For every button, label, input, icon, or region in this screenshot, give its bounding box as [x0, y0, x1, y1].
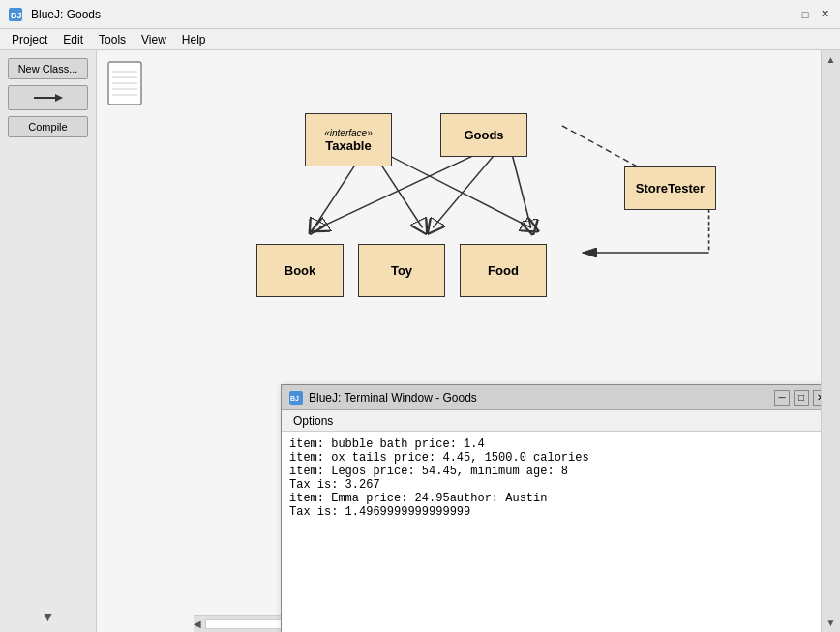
file-icon	[106, 60, 143, 109]
new-class-button[interactable]: New Class...	[8, 58, 88, 79]
bottom-scroll-right[interactable]: ◀	[194, 618, 201, 629]
terminal-menu-bar: Options	[282, 410, 821, 432]
canvas-area[interactable]: «interface» Taxable Goods StoreTester Bo…	[97, 50, 821, 632]
terminal-line-4: Tax is: 3.267	[289, 478, 819, 492]
taxable-name: Taxable	[325, 138, 371, 153]
uml-class-food[interactable]: Food	[460, 244, 547, 297]
terminal-content-area: item: bubble bath price: 1.4 item: ox ta…	[282, 432, 821, 632]
terminal-maximize[interactable]: □	[794, 390, 809, 406]
food-name: Food	[488, 263, 519, 278]
menu-view[interactable]: View	[134, 31, 174, 48]
book-name: Book	[285, 263, 316, 278]
uml-class-toy[interactable]: Toy	[358, 244, 445, 297]
terminal-line-2: item: ox tails price: 4.45, 1500.0 calor…	[289, 451, 819, 465]
svg-line-16	[510, 148, 530, 227]
terminal-line-7: Tax is: 1.4969999999999999	[289, 505, 819, 519]
terminal-line-6: item: Emma price: 24.95author: Austin	[289, 492, 819, 505]
svg-line-15	[433, 148, 499, 227]
uml-class-book[interactable]: Book	[256, 244, 344, 297]
terminal-title: BlueJ: Terminal Window - Goods	[309, 391, 768, 405]
close-button[interactable]: ✕	[817, 7, 832, 22]
storetester-name: StoreTester	[636, 181, 705, 196]
maximize-button[interactable]: □	[797, 7, 813, 22]
svg-line-13	[392, 157, 531, 227]
menu-tools[interactable]: Tools	[91, 31, 134, 48]
uml-class-taxable[interactable]: «interface» Taxable	[305, 113, 392, 166]
terminal-controls: ─ □ ✕	[774, 390, 821, 406]
menu-bar: Project Edit Tools View Help	[0, 29, 840, 50]
terminal-output: item: bubble bath price: 1.4 item: ox ta…	[282, 432, 821, 632]
sidebar: New Class... Compile ▼	[0, 50, 97, 632]
toy-name: Toy	[391, 263, 412, 278]
terminal-close[interactable]: ✕	[813, 390, 821, 406]
svg-line-12	[376, 157, 423, 227]
terminal-minimize[interactable]: ─	[774, 390, 790, 406]
uml-arrows	[97, 50, 821, 370]
menu-project[interactable]: Project	[4, 31, 55, 48]
terminal-icon: BJ	[289, 391, 303, 405]
terminal-window: BJ BlueJ: Terminal Window - Goods ─ □ ✕ …	[281, 384, 821, 632]
arrow-tool-button[interactable]	[8, 85, 88, 110]
uml-class-goods[interactable]: Goods	[440, 113, 527, 157]
svg-marker-3	[55, 94, 63, 102]
goods-name: Goods	[464, 128, 503, 142]
uml-class-storetester[interactable]: StoreTester	[624, 166, 716, 210]
svg-line-11	[314, 157, 360, 227]
title-bar: BJ BlueJ: Goods ─ □ ✕	[0, 0, 840, 29]
menu-edit[interactable]: Edit	[55, 31, 91, 48]
svg-text:BJ: BJ	[11, 11, 22, 20]
minimize-button[interactable]: ─	[778, 7, 794, 22]
terminal-line-1: item: bubble bath price: 1.4	[289, 437, 819, 451]
window-controls: ─ □ ✕	[778, 7, 832, 22]
svg-text:BJ: BJ	[290, 395, 299, 402]
right-scroll-up[interactable]: ▲	[826, 54, 836, 65]
window-title: BlueJ: Goods	[31, 8, 770, 21]
right-panel: ▲ ▼	[821, 50, 840, 632]
compile-button[interactable]: Compile	[8, 116, 88, 137]
terminal-title-bar: BJ BlueJ: Terminal Window - Goods ─ □ ✕	[282, 385, 821, 410]
sidebar-scroll-down[interactable]: ▼	[42, 609, 55, 624]
terminal-menu-options[interactable]: Options	[285, 412, 341, 430]
main-layout: New Class... Compile ▼	[0, 50, 840, 632]
taxable-stereotype: «interface»	[324, 128, 372, 138]
menu-help[interactable]: Help	[174, 31, 214, 48]
terminal-line-3: item: Legos price: 54.45, minimum age: 8	[289, 465, 819, 478]
right-scroll-down[interactable]: ▼	[826, 617, 836, 628]
app-icon: BJ	[8, 7, 23, 22]
